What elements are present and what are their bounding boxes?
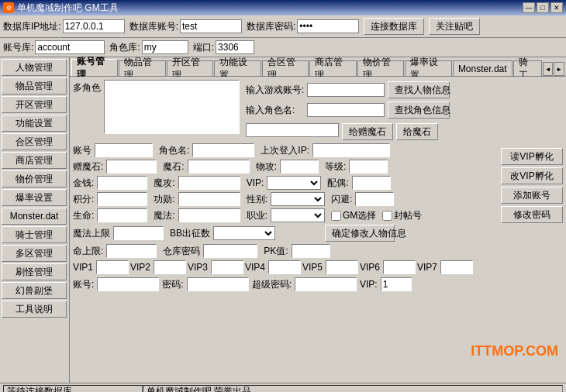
port-label: 端口: [193, 41, 214, 54]
max-life-input[interactable] [106, 244, 157, 258]
sidebar-item-phantom[interactable]: 幻兽副堡 [2, 282, 67, 299]
magic-upper-input[interactable] [113, 226, 164, 240]
sidebar-item-funcset[interactable]: 功能设置 [2, 115, 67, 132]
vip-field-label: VIP: [247, 177, 264, 188]
points-input[interactable] [97, 192, 147, 206]
db-ip-label: 数据库IP地址: [3, 20, 61, 33]
warehouse-pwd-label: 仓库密码 [163, 245, 200, 258]
account-field-input[interactable] [95, 143, 153, 157]
find-person-btn[interactable]: 查找人物信息 [388, 81, 450, 98]
merit-input[interactable] [178, 192, 240, 206]
minimize-button[interactable]: — [523, 2, 535, 13]
vip-select[interactable] [267, 176, 321, 190]
tab-mergezone[interactable]: 合区管理 [262, 60, 309, 76]
sidebar-item-items[interactable]: 物品管理 [2, 77, 67, 95]
sidebar-item-spawnmgr[interactable]: 刷怪管理 [2, 263, 67, 280]
points-label: 积分: [73, 193, 94, 206]
tab-knight[interactable]: 骑工 [513, 60, 542, 76]
connect-db-button[interactable]: 连接数据库 [364, 18, 424, 35]
tab-scroll-right[interactable]: ► [554, 62, 564, 76]
bb-output-select[interactable] [213, 226, 275, 240]
add-account-btn[interactable]: 添加账号 [501, 187, 563, 204]
bottom-super-pwd-label: 超级密码: [252, 278, 292, 291]
tab-funcset[interactable]: 功能设置 [214, 60, 261, 76]
flash-label: 闪避: [331, 193, 352, 206]
tab-items[interactable]: 物品管理 [119, 60, 165, 76]
sidebar-item-knight[interactable]: 骑士管理 [2, 226, 67, 243]
phys-atk-input[interactable] [280, 160, 319, 174]
vip1-input[interactable] [96, 260, 129, 274]
seal-checkbox[interactable] [382, 211, 392, 221]
vip5-label: VIP5 [302, 262, 324, 273]
gm-select-checkbox[interactable] [331, 211, 341, 221]
sidebar-item-toolinfo[interactable]: 工具说明 [2, 301, 67, 318]
bottom-super-pwd-input[interactable] [295, 277, 357, 291]
role-lib-input[interactable] [142, 40, 188, 54]
db-account-input[interactable] [180, 19, 242, 33]
warehouse-pwd-input[interactable] [203, 244, 257, 258]
sidebar-item-shop[interactable]: 商店管理 [2, 152, 67, 169]
maximize-button[interactable]: □ [537, 2, 549, 13]
gift-demon-stone-btn[interactable]: 给赠魔石 [342, 123, 393, 140]
db-ip-input[interactable] [63, 19, 125, 33]
vip2-input[interactable] [154, 260, 186, 274]
vip3-label: VIP3 [188, 262, 209, 273]
vip4-input[interactable] [268, 260, 301, 274]
change-vip-btn[interactable]: 改VIP孵化 [501, 167, 563, 184]
sidebar-item-person[interactable]: 人物管理 [2, 59, 67, 76]
gift-stone-input[interactable] [246, 123, 339, 137]
vip7-label: VIP7 [417, 262, 439, 273]
sidebar-item-price[interactable]: 物价管理 [2, 170, 67, 187]
tab-scroll-left[interactable]: ◄ [543, 62, 554, 76]
sidebar-item-openzone[interactable]: 开区管理 [2, 96, 67, 113]
db-password-input[interactable] [297, 19, 359, 33]
sidebar-item-mergezone[interactable]: 合区管理 [2, 133, 67, 150]
partner-input[interactable] [352, 176, 391, 190]
life-input[interactable] [97, 208, 147, 222]
find-role-btn[interactable]: 查找角色信息 [388, 101, 450, 119]
tab-droprate[interactable]: 爆率设置 [405, 60, 451, 76]
status-left-text: 等待连接数据库... [3, 385, 143, 393]
bottom-vip-input[interactable] [381, 277, 412, 291]
last-login-ip-input[interactable] [312, 143, 390, 157]
close-button[interactable]: ✕ [550, 2, 563, 13]
magic-atk-input[interactable] [178, 176, 240, 190]
tab-monsterdat[interactable]: Monster.dat [453, 60, 513, 76]
multi-char-listbox[interactable] [104, 80, 240, 134]
vip7-input[interactable] [440, 260, 473, 274]
port-input[interactable] [216, 40, 254, 54]
role-name-field-label: 角色名: [159, 144, 189, 157]
confirm-modify-btn[interactable]: 确定修改人物信息 [325, 225, 395, 242]
sidebar-item-monsterdat[interactable]: Monster.dat [2, 208, 67, 225]
gift-demon-stone-btn2[interactable]: 给魔石 [396, 123, 438, 140]
role-name-field-input[interactable] [192, 143, 254, 157]
tab-shop[interactable]: 商店管理 [309, 60, 356, 76]
job-select[interactable] [271, 208, 325, 222]
search-game-account-input[interactable] [307, 83, 385, 97]
moshi-input[interactable] [188, 160, 250, 174]
account-lib-input[interactable] [35, 40, 105, 54]
vip3-input[interactable] [211, 260, 243, 274]
bottom-password-input[interactable] [187, 277, 249, 291]
bottom-account-input[interactable] [97, 277, 159, 291]
sidebar-item-multizone[interactable]: 多区管理 [2, 245, 67, 262]
vip6-input[interactable] [383, 260, 416, 274]
read-vip-btn[interactable]: 读VIP孵化 [501, 148, 563, 165]
magic-val-label: 魔法: [154, 209, 174, 222]
sidebar: 人物管理 物品管理 开区管理 功能设置 合区管理 商店管理 物价管理 爆率设置 … [0, 57, 70, 383]
donate-stone-input[interactable] [106, 160, 157, 174]
tab-openzone[interactable]: 开区管理 [167, 60, 213, 76]
vip5-input[interactable] [326, 260, 358, 274]
tab-account[interactable]: 账号管理 [71, 59, 118, 76]
sidebar-item-droprate[interactable]: 爆率设置 [2, 189, 67, 206]
pk-value-input[interactable] [292, 244, 330, 258]
level-input[interactable] [349, 160, 388, 174]
change-pwd-btn[interactable]: 修改密码 [501, 206, 563, 223]
flash-input[interactable] [355, 192, 394, 206]
search-role-input[interactable] [307, 103, 385, 117]
gold-input[interactable] [97, 176, 147, 190]
magic-val-input[interactable] [178, 208, 240, 222]
tab-price[interactable]: 物价管理 [357, 60, 404, 76]
close-tieba-button[interactable]: 关注贴吧 [429, 18, 480, 35]
gender-select[interactable] [271, 192, 325, 206]
